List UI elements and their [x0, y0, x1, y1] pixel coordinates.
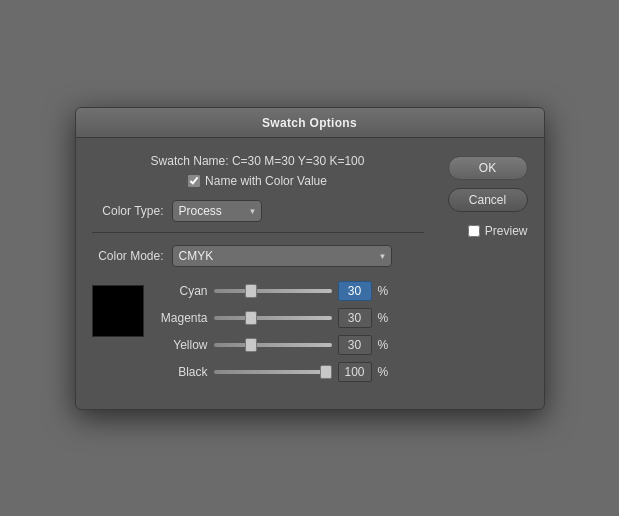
left-panel: Swatch Name: C=30 M=30 Y=30 K=100 Name w…: [92, 154, 424, 389]
magenta-percent: %: [378, 311, 389, 325]
yellow-label: Yellow: [156, 338, 208, 352]
color-type-select-wrapper: Process Spot: [172, 200, 262, 222]
cancel-button[interactable]: Cancel: [448, 188, 528, 212]
magenta-track: [214, 311, 332, 325]
black-label: Black: [156, 365, 208, 379]
color-type-select[interactable]: Process Spot: [172, 200, 262, 222]
black-value-input[interactable]: [338, 362, 372, 382]
color-mode-select[interactable]: CMYK RGB LAB Grayscale: [172, 245, 392, 267]
yellow-track: [214, 338, 332, 352]
color-type-row: Color Type: Process Spot: [92, 200, 424, 222]
color-swatch-preview: [92, 285, 144, 337]
preview-label: Preview: [485, 224, 528, 238]
magenta-slider-row: Magenta %: [156, 308, 424, 328]
yellow-percent: %: [378, 338, 389, 352]
black-slider-row: Black %: [156, 362, 424, 382]
yellow-slider-row: Yellow %: [156, 335, 424, 355]
black-slider[interactable]: [214, 370, 332, 374]
cyan-slider-row: Cyan %: [156, 281, 424, 301]
yellow-value-input[interactable]: [338, 335, 372, 355]
color-mode-label: Color Mode:: [92, 249, 172, 263]
swatch-name-label: Swatch Name:: [151, 154, 229, 168]
name-with-color-label: Name with Color Value: [205, 174, 327, 188]
cyan-track: [214, 284, 332, 298]
swatch-name-row: Swatch Name: C=30 M=30 Y=30 K=100: [92, 154, 424, 168]
divider: [92, 232, 424, 233]
black-percent: %: [378, 365, 389, 379]
cyan-slider[interactable]: [214, 289, 332, 293]
right-panel: OK Cancel Preview: [438, 154, 528, 389]
ok-button[interactable]: OK: [448, 156, 528, 180]
cyan-percent: %: [378, 284, 389, 298]
cmyk-area: Cyan % Magenta %: [92, 281, 424, 389]
preview-row: Preview: [468, 224, 528, 238]
dialog-title: Swatch Options: [76, 108, 544, 138]
cyan-value-input[interactable]: [338, 281, 372, 301]
color-mode-row: Color Mode: CMYK RGB LAB Grayscale: [92, 245, 424, 267]
color-type-label: Color Type:: [92, 204, 172, 218]
swatch-options-dialog: Swatch Options Swatch Name: C=30 M=30 Y=…: [75, 107, 545, 410]
sliders-section: Cyan % Magenta %: [156, 281, 424, 389]
name-with-color-checkbox[interactable]: [188, 175, 200, 187]
yellow-slider[interactable]: [214, 343, 332, 347]
name-with-color-row: Name with Color Value: [92, 174, 424, 188]
swatch-name-value: C=30 M=30 Y=30 K=100: [232, 154, 365, 168]
magenta-value-input[interactable]: [338, 308, 372, 328]
cyan-label: Cyan: [156, 284, 208, 298]
magenta-label: Magenta: [156, 311, 208, 325]
color-mode-select-wrapper: CMYK RGB LAB Grayscale: [172, 245, 392, 267]
black-track: [214, 365, 332, 379]
preview-checkbox[interactable]: [468, 225, 480, 237]
magenta-slider[interactable]: [214, 316, 332, 320]
